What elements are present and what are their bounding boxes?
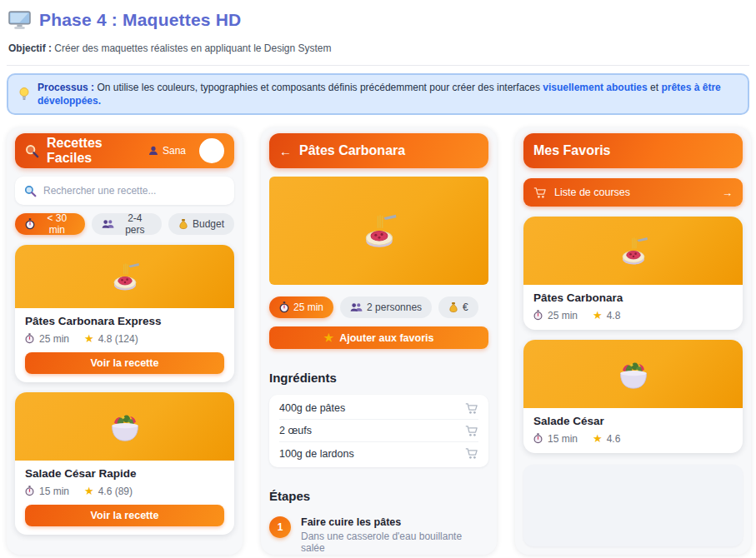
- filter-label: Budget: [193, 218, 224, 230]
- search-bar[interactable]: [15, 177, 234, 205]
- page-title: Phase 4 : Maquettes HD: [39, 10, 241, 30]
- steps-heading: Étapes: [269, 489, 488, 503]
- step-texts: Faire cuire les pâtes Dans une casserole…: [301, 516, 488, 554]
- ingredients-heading: Ingrédients: [269, 371, 488, 385]
- favorite-meta: 15 min 4.6: [533, 432, 733, 445]
- star-icon: [593, 432, 603, 445]
- star-icon: [84, 332, 94, 345]
- divider: [7, 65, 749, 66]
- cart-icon[interactable]: [465, 425, 478, 437]
- ingredient-row: 2 œufs: [279, 420, 478, 442]
- username: Sana: [163, 145, 186, 157]
- favorite-card-body: Pâtes Carbonara 25 min 4.8: [523, 285, 743, 330]
- objective-line: Objectif : Créer des maquettes réalistes…: [7, 42, 749, 54]
- recipe-meta: 15 min 4.6 (89): [25, 485, 224, 497]
- spaghetti-icon: [614, 235, 653, 267]
- detail-title: Pâtes Carbonara: [299, 143, 405, 158]
- chip-servings[interactable]: 2 personnes: [340, 296, 432, 318]
- processus-banner: Processus : On utilise les couleurs, typ…: [7, 73, 749, 115]
- salad-icon: [106, 411, 144, 442]
- recipe-time: 15 min: [39, 486, 69, 497]
- people-icon: [350, 302, 363, 312]
- objective-text: Créer des maquettes réalistes en appliqu…: [54, 42, 331, 54]
- monitor-icon: [8, 11, 31, 30]
- recipe-image: [15, 392, 234, 461]
- recipe-time: 25 min: [39, 333, 69, 345]
- recipe-card-body: Salade César Rapide 15 min 4: [15, 461, 234, 535]
- chip-label: €: [463, 301, 468, 313]
- filter-chip-persons[interactable]: 2-4 pers: [92, 213, 162, 235]
- filter-chip-budget[interactable]: Budget: [168, 213, 234, 235]
- recipe-card: Salade César Rapide 15 min 4: [15, 392, 234, 535]
- ingredients-list: 400g de pâtes 2 œufs: [269, 395, 488, 467]
- people-icon: [102, 219, 114, 229]
- shopping-list-button[interactable]: Liste de courses →: [523, 178, 743, 207]
- filter-label: 2-4 pers: [118, 212, 152, 236]
- favorite-title: Salade César: [533, 415, 733, 427]
- cart-icon[interactable]: [465, 447, 478, 460]
- recipes-app-header: Recettes Faciles Sana: [15, 133, 234, 168]
- detail-chips: 25 min 2 personnes: [269, 296, 488, 318]
- back-arrow[interactable]: ←: [279, 144, 292, 158]
- spaghetti-icon: [356, 212, 403, 250]
- processus-text: Processus : On utilise les couleurs, typ…: [38, 81, 738, 107]
- favorites-app-mockup: Mes Favoris Liste de courses →: [515, 127, 751, 555]
- star-icon: [593, 309, 603, 321]
- timer-icon: [533, 433, 543, 444]
- step-title: Faire cuire les pâtes: [301, 516, 488, 528]
- recipe-hero-image: [269, 177, 488, 285]
- timer-icon: [533, 310, 543, 321]
- recipes-app-mockup: Recettes Faciles Sana: [7, 127, 243, 555]
- favorite-rating: 4.8: [607, 310, 621, 321]
- add-favorite-button[interactable]: Ajouter aux favoris: [269, 326, 488, 349]
- money-bag-icon: [448, 301, 458, 313]
- view-recipe-button[interactable]: Voir la recette: [25, 505, 224, 526]
- avatar[interactable]: [199, 138, 224, 163]
- filter-chip-time[interactable]: < 30 min: [15, 213, 85, 235]
- step-item: 1 Faire cuire les pâtes Dans une cassero…: [269, 516, 488, 554]
- recipe-rating: 4.8 (124): [98, 333, 138, 345]
- timer-icon: [25, 218, 35, 230]
- cart-icon[interactable]: [465, 402, 478, 415]
- favorite-meta: 25 min 4.8: [533, 309, 733, 321]
- processus-label: Processus :: [38, 82, 94, 93]
- app-title: Recettes Faciles: [47, 136, 141, 166]
- filter-label: < 30 min: [39, 212, 75, 236]
- page: Phase 4 : Maquettes HD Objectif : Créer …: [0, 0, 756, 555]
- timer-icon: [25, 333, 34, 344]
- search-input[interactable]: [43, 185, 225, 197]
- page-header: Phase 4 : Maquettes HD: [7, 0, 749, 30]
- money-bag-icon: [178, 218, 188, 230]
- search-icon: [24, 185, 37, 197]
- star-icon: [324, 331, 334, 344]
- favorite-card[interactable]: Salade César 15 min 4.6: [523, 340, 743, 453]
- favorites-title: Mes Favoris: [533, 143, 610, 158]
- ingredient-text: 100g de lardons: [279, 448, 354, 460]
- favorites-app-header: Mes Favoris: [523, 133, 743, 168]
- search-icon: [25, 144, 39, 158]
- filter-chips: < 30 min 2-4 pers: [15, 213, 234, 235]
- favorite-title: Pâtes Carbonara: [533, 291, 733, 304]
- chip-price[interactable]: €: [438, 296, 478, 318]
- person-icon: [148, 146, 158, 156]
- recipe-title: Salade César Rapide: [25, 467, 224, 480]
- ingredient-row: 400g de pâtes: [279, 397, 478, 420]
- recipe-title: Pâtes Carbonara Express: [25, 315, 224, 327]
- view-recipe-button[interactable]: Voir la recette: [25, 352, 224, 374]
- recipe-card: Pâtes Carbonara Express 25 min: [15, 245, 234, 382]
- favorite-rating: 4.6: [607, 433, 621, 445]
- ingredient-text: 400g de pâtes: [279, 402, 345, 414]
- favorite-image: [523, 340, 743, 408]
- chip-time[interactable]: 25 min: [269, 296, 333, 318]
- objective-label: Objectif :: [8, 42, 52, 54]
- chip-label: 25 min: [293, 301, 323, 313]
- timer-icon: [279, 301, 289, 313]
- favorite-card[interactable]: Pâtes Carbonara 25 min 4.8: [523, 217, 743, 330]
- salad-icon: [614, 358, 653, 390]
- processus-body-2: et: [648, 82, 662, 93]
- step-number: 1: [269, 516, 291, 538]
- star-icon: [84, 485, 94, 497]
- favorite-image: [523, 217, 743, 285]
- step-description: Dans une casserole d'eau bouillante salé…: [301, 531, 488, 554]
- empty-placeholder: [523, 465, 743, 546]
